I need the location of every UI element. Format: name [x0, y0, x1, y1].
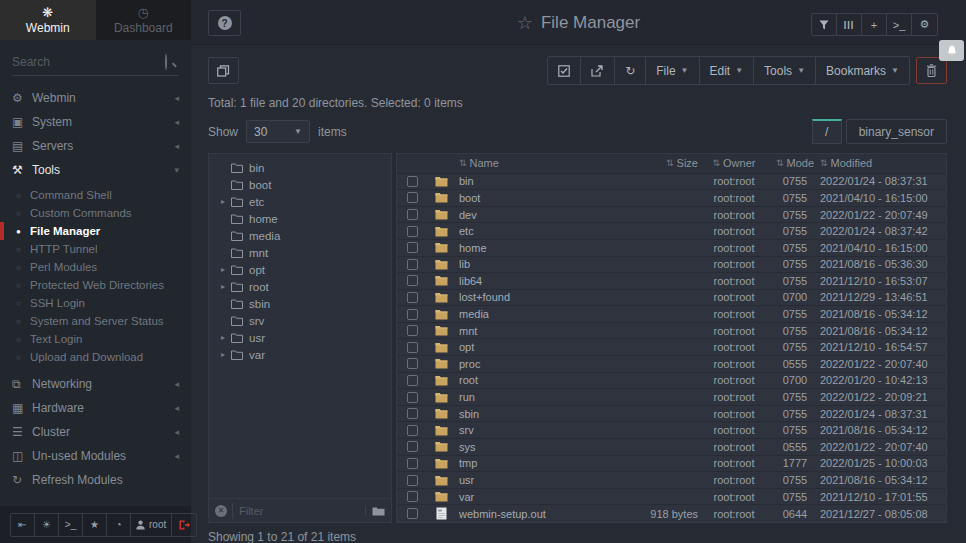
refresh-button[interactable]: ↻ — [615, 57, 646, 84]
select-all-button[interactable] — [548, 57, 581, 84]
table-row[interactable]: opt root:root 0755 2021/12/10 - 16:54:57 — [397, 339, 946, 356]
table-row[interactable]: dev root:root 0755 2022/01/22 - 20:07:49 — [397, 207, 946, 224]
tree-item-var[interactable]: ▸ var — [209, 346, 391, 363]
row-checkbox[interactable] — [407, 508, 418, 519]
table-row[interactable]: lib root:root 0755 2021/08/16 - 05:36:30 — [397, 257, 946, 274]
table-row[interactable]: srv root:root 0755 2021/08/16 - 05:34:12 — [397, 422, 946, 439]
row-checkbox[interactable] — [407, 458, 418, 469]
sidebar-section-refresh-modules[interactable]: ↻ Refresh Modules — [0, 468, 191, 492]
file-name[interactable]: run — [455, 391, 612, 403]
table-row[interactable]: var root:root 0755 2021/12/10 - 17:01:55 — [397, 489, 946, 506]
tree-item-root[interactable]: ▸ root — [209, 278, 391, 295]
expand-caret-icon[interactable]: ▸ — [217, 265, 229, 274]
tree-filter-input[interactable] — [232, 503, 360, 519]
tree-item-bin[interactable]: bin — [209, 159, 391, 176]
table-row[interactable]: home root:root 0755 2021/04/10 - 16:15:0… — [397, 240, 946, 257]
sort-icon[interactable]: ⇅ — [713, 158, 721, 168]
sidebar-item-file-manager[interactable]: ● File Manager — [0, 222, 191, 240]
row-checkbox[interactable] — [407, 242, 418, 253]
tab-webmin[interactable]: ❋ Webmin — [0, 0, 96, 40]
expand-caret-icon[interactable]: ▸ — [217, 350, 229, 359]
table-row[interactable]: sbin root:root 0755 2022/01/24 - 08:37:3… — [397, 406, 946, 423]
table-row[interactable]: webmin-setup.out 918 bytes root:root 064… — [397, 505, 946, 522]
folder-icon[interactable] — [365, 506, 385, 516]
table-row[interactable]: usr root:root 0755 2021/08/16 - 05:34:12 — [397, 472, 946, 489]
collapse-sidebar-icon[interactable]: ⇤ — [11, 514, 35, 536]
breadcrumb-root-button[interactable]: / — [812, 119, 842, 144]
table-row[interactable]: lost+found root:root 0700 2021/12/29 - 1… — [397, 290, 946, 307]
tree-item-boot[interactable]: boot — [209, 176, 391, 193]
sort-icon[interactable]: ⇅ — [776, 158, 784, 168]
file-name[interactable]: bin — [455, 175, 612, 187]
terminal-icon[interactable]: >_ — [887, 14, 912, 35]
copy-button[interactable] — [208, 57, 239, 84]
page-size-select[interactable]: 30 ▼ — [246, 120, 310, 143]
logout-icon[interactable] — [172, 514, 196, 536]
expand-caret-icon[interactable]: ▸ — [217, 282, 229, 291]
sidebar-section-servers[interactable]: ▤ Servers ◂ — [0, 134, 191, 158]
file-name[interactable]: sbin — [455, 408, 612, 420]
row-checkbox[interactable] — [407, 375, 418, 386]
sidebar-section-system[interactable]: ▣ System ◂ — [0, 110, 191, 134]
edit-menu-button[interactable]: Edit ▼ — [700, 57, 755, 84]
language-icon[interactable]: ◔ — [107, 514, 131, 536]
terminal-icon[interactable]: >_ — [59, 514, 83, 536]
file-name[interactable]: webmin-setup.out — [455, 508, 612, 520]
table-row[interactable]: sys root:root 0555 2022/01/22 - 20:07:40 — [397, 439, 946, 456]
file-name[interactable]: usr — [455, 474, 612, 486]
help-button[interactable]: ? — [208, 10, 241, 36]
row-checkbox[interactable] — [407, 475, 418, 486]
table-row[interactable]: etc root:root 0755 2022/01/24 - 08:37:42 — [397, 223, 946, 240]
tree-item-opt[interactable]: ▸ opt — [209, 261, 391, 278]
columns-icon[interactable]: III — [837, 14, 862, 35]
filter-icon[interactable] — [812, 14, 837, 35]
column-header-size[interactable]: Size — [677, 157, 698, 169]
sidebar-item-protected-web-directories[interactable]: ○ Protected Web Directories — [0, 276, 191, 294]
row-checkbox[interactable] — [407, 259, 418, 270]
add-icon[interactable]: + — [862, 14, 887, 35]
table-row[interactable]: boot root:root 0755 2021/04/10 - 16:15:0… — [397, 190, 946, 207]
file-name[interactable]: proc — [455, 358, 612, 370]
table-row[interactable]: mnt root:root 0755 2021/08/16 - 05:34:12 — [397, 323, 946, 340]
row-checkbox[interactable] — [407, 325, 418, 336]
row-checkbox[interactable] — [407, 491, 418, 502]
share-button[interactable] — [581, 57, 615, 84]
favorites-star-icon[interactable]: ★ — [83, 514, 107, 536]
file-name[interactable]: lib64 — [455, 275, 612, 287]
theme-sun-icon[interactable]: ☀ — [35, 514, 59, 536]
row-checkbox[interactable] — [407, 441, 418, 452]
row-checkbox[interactable] — [407, 192, 418, 203]
sidebar-item-perl-modules[interactable]: ○ Perl Modules — [0, 258, 191, 276]
row-checkbox[interactable] — [407, 408, 418, 419]
row-checkbox[interactable] — [407, 342, 418, 353]
column-header-name[interactable]: Name — [470, 157, 499, 169]
sidebar-section-hardware[interactable]: ▦ Hardware ◂ — [0, 396, 191, 420]
row-checkbox[interactable] — [407, 358, 418, 369]
tree-item-mnt[interactable]: mnt — [209, 244, 391, 261]
sort-icon[interactable]: ⇅ — [666, 158, 674, 168]
table-row[interactable]: media root:root 0755 2021/08/16 - 05:34:… — [397, 306, 946, 323]
sidebar-section-webmin[interactable]: ⚙ Webmin ◂ — [0, 86, 191, 110]
column-header-mode[interactable]: Mode — [787, 157, 815, 169]
clear-filter-icon[interactable]: ✕ — [215, 505, 227, 517]
file-name[interactable]: srv — [455, 424, 612, 436]
sort-icon[interactable]: ⇅ — [459, 158, 467, 168]
search-input[interactable] — [12, 50, 179, 74]
sidebar-section-cluster[interactable]: ☰ Cluster ◂ — [0, 420, 191, 444]
sidebar-item-upload-and-download[interactable]: ○ Upload and Download — [0, 348, 191, 366]
tree-item-sbin[interactable]: sbin — [209, 295, 391, 312]
file-name[interactable]: sys — [455, 441, 612, 453]
user-account-button[interactable]: root — [131, 514, 172, 536]
star-icon[interactable]: ☆ — [517, 12, 533, 34]
table-row[interactable]: root root:root 0700 2022/01/20 - 10:42:1… — [397, 373, 946, 390]
file-name[interactable]: boot — [455, 192, 612, 204]
file-name[interactable]: lib — [455, 258, 612, 270]
settings-gear-icon[interactable]: ⚙ — [912, 14, 937, 35]
row-checkbox[interactable] — [407, 209, 418, 220]
breadcrumb-path[interactable]: binary_sensor — [846, 119, 947, 144]
file-name[interactable]: lost+found — [455, 291, 612, 303]
file-name[interactable]: mnt — [455, 325, 612, 337]
row-checkbox[interactable] — [407, 425, 418, 436]
table-row[interactable]: proc root:root 0555 2022/01/22 - 20:07:4… — [397, 356, 946, 373]
file-name[interactable]: etc — [455, 225, 612, 237]
